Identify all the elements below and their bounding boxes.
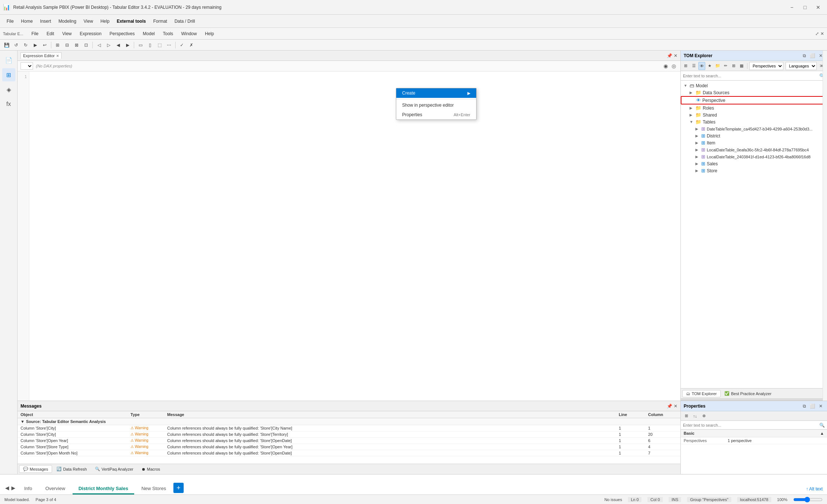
tom-restore-btn[interactable]: ⧉: [801, 52, 808, 59]
close-button[interactable]: ✕: [812, 2, 824, 12]
list-item[interactable]: ▶ ⊞ District: [681, 132, 827, 139]
te-close-inner-button[interactable]: ✕: [820, 31, 824, 36]
toolbar-save[interactable]: 💾: [2, 41, 11, 49]
pbi-menu-home[interactable]: Home: [17, 17, 36, 25]
tree-item-shared[interactable]: ▶ 📁 Shared: [681, 111, 827, 118]
list-item[interactable]: ▶ ⊞ LocalDateTable_2403841f-d1ed-4123-bf…: [681, 153, 827, 160]
table-row[interactable]: Column 'Store'[City] ⚠ Warning Column re…: [18, 431, 680, 438]
tom-tb-edit[interactable]: ✏: [722, 62, 729, 70]
expression-editor-close-icon[interactable]: ✕: [56, 54, 59, 58]
tom-tree-scrollbar[interactable]: [823, 51, 827, 398]
dax-property-dropdown[interactable]: [21, 62, 33, 70]
context-menu-item-show-perspective[interactable]: Show in perspective editor: [396, 100, 476, 110]
pbi-menu-help[interactable]: Help: [97, 17, 113, 25]
tom-tb-folder[interactable]: 📁: [714, 62, 721, 70]
toolbar-refresh1[interactable]: ↺: [12, 41, 21, 49]
tom-tb-grid[interactable]: ⊞: [682, 62, 690, 70]
status-group-name[interactable]: Group "Perspectives": [687, 497, 731, 502]
te-menu-model[interactable]: Model: [140, 30, 158, 37]
props-restore-btn[interactable]: ⧉: [801, 403, 808, 409]
tree-item-perspective[interactable]: 👁 Perspective: [681, 96, 827, 104]
status-server[interactable]: localhost:51478: [737, 497, 771, 502]
tab-info[interactable]: Info: [18, 483, 38, 494]
tom-tb-table-icon[interactable]: ⊞: [730, 62, 738, 70]
zoom-slider[interactable]: [793, 497, 823, 503]
status-ln[interactable]: Ln 0: [628, 497, 642, 502]
props-max-btn[interactable]: ⬜: [808, 403, 817, 409]
tom-search-input[interactable]: [683, 74, 819, 78]
messages-close[interactable]: ✕: [674, 404, 677, 409]
status-ins[interactable]: INS: [669, 497, 681, 502]
context-menu-item-properties[interactable]: Properties Alt+Enter: [396, 110, 476, 119]
te-menu-expression[interactable]: Expression: [77, 30, 104, 37]
sidebar-icon-dax[interactable]: fx: [2, 98, 15, 111]
toolbar-rect2[interactable]: ▯: [146, 41, 154, 49]
te-menu-file[interactable]: File: [29, 30, 41, 37]
te-menu-help[interactable]: Help: [202, 30, 217, 37]
tab-macros[interactable]: ⏺ Macros: [138, 466, 164, 472]
maximize-button[interactable]: □: [799, 2, 811, 12]
toolbar-align-left[interactable]: ◁: [95, 41, 103, 49]
context-menu-item-create[interactable]: Create ▶: [396, 88, 476, 98]
te-menu-window[interactable]: Window: [178, 30, 200, 37]
pbi-menu-modeling[interactable]: Modeling: [55, 17, 80, 25]
table-row[interactable]: Column 'Store'[Open Month No] ⚠ Warning …: [18, 450, 680, 456]
tom-max-btn[interactable]: ⬜: [808, 52, 817, 59]
toolbar-align2[interactable]: ◀: [114, 41, 122, 49]
te-menu-edit[interactable]: Edit: [44, 30, 57, 37]
te-menu-perspectives[interactable]: Perspectives: [107, 30, 138, 37]
tab-district-monthly-sales[interactable]: District Monthly Sales: [73, 483, 134, 494]
sidebar-icon-report[interactable]: 📄: [2, 54, 15, 67]
toolbar-grid4[interactable]: ⊡: [82, 41, 91, 49]
tree-item-roles[interactable]: ▶ 📁 Roles: [681, 104, 827, 111]
tab-tom-explorer[interactable]: 🗂 TOM Explorer: [682, 390, 721, 397]
props-tb-btn1[interactable]: ⊞: [682, 412, 690, 420]
list-item[interactable]: ▶ ⊞ LocalDateTable_0eafa36c-5fc2-4b6f-84…: [681, 146, 827, 153]
tab-messages[interactable]: 💬 Messages: [19, 465, 52, 473]
list-item[interactable]: ▶ ⊞ Item: [681, 139, 827, 146]
props-close-btn[interactable]: ✕: [817, 403, 824, 409]
toolbar-align-right[interactable]: ▷: [104, 41, 113, 49]
pbi-menu-data-drill[interactable]: Data / Drill: [171, 17, 199, 25]
toolbar-refresh2[interactable]: ↻: [21, 41, 30, 49]
te-maximize-button[interactable]: ⤢: [815, 31, 819, 36]
status-col[interactable]: Col 0: [647, 497, 663, 502]
tab-best-practice[interactable]: ✅ Best Practice Analyzer: [721, 390, 775, 397]
tab-vertipaq[interactable]: 🔍 VertiPaq Analyzer: [91, 466, 137, 472]
tom-tb-cols[interactable]: ▦: [738, 62, 746, 70]
toolbar-undo[interactable]: ↩: [40, 41, 49, 49]
pbi-menu-insert[interactable]: Insert: [36, 17, 55, 25]
minimize-button[interactable]: −: [786, 2, 798, 12]
list-item[interactable]: ▶ ⊞ Store: [681, 167, 827, 174]
tree-model-root[interactable]: ▼ 🗃 Model: [681, 82, 827, 89]
messages-pin[interactable]: 📌: [667, 404, 672, 409]
props-search-input[interactable]: [683, 423, 819, 427]
te-menu-tools[interactable]: Tools: [160, 30, 176, 37]
sidebar-icon-model[interactable]: ◈: [2, 83, 15, 96]
toolbar-grid3[interactable]: ⊠: [72, 41, 81, 49]
pbi-menu-view[interactable]: View: [80, 17, 97, 25]
props-row-perspectives[interactable]: Perspectives 1 perspective: [681, 437, 827, 444]
toolbar-rect3[interactable]: ⬚: [155, 41, 164, 49]
toolbar-grid1[interactable]: ⊞: [53, 41, 62, 49]
expr-editor-pin[interactable]: 📌: [667, 53, 672, 58]
alt-text-link[interactable]: ↑ Alt text: [806, 486, 823, 492]
toolbar-align3[interactable]: ▶: [123, 41, 132, 49]
te-menu-view[interactable]: View: [59, 30, 75, 37]
code-editor-area[interactable]: [29, 71, 680, 401]
list-item[interactable]: ▶ ⊞ DateTableTemplate_ca45d427-b349-4299…: [681, 125, 827, 132]
dax-nav-next[interactable]: ◎: [670, 62, 677, 70]
tom-tb-star[interactable]: ★: [706, 62, 713, 70]
pbi-menu-external-tools[interactable]: External tools: [113, 17, 150, 25]
list-item[interactable]: ▶ ⊞ Sales: [681, 160, 827, 167]
tree-item-tables[interactable]: ▼ 📁 Tables: [681, 118, 827, 125]
toolbar-grid2[interactable]: ⊟: [63, 41, 71, 49]
toolbar-x[interactable]: ✗: [187, 41, 196, 49]
table-row[interactable]: Column 'Store'[Open Year] ⚠ Warning Colu…: [18, 438, 680, 444]
table-row[interactable]: Column 'Store'[City] ⚠ Warning Column re…: [18, 425, 680, 431]
tab-nav-next[interactable]: ▶: [11, 484, 16, 492]
props-tb-btn2[interactable]: ↑↓: [691, 412, 699, 420]
toolbar-rect1[interactable]: ▭: [136, 41, 145, 49]
toolbar-check[interactable]: ✓: [177, 41, 186, 49]
props-tb-btn3[interactable]: ⊗: [700, 412, 708, 420]
